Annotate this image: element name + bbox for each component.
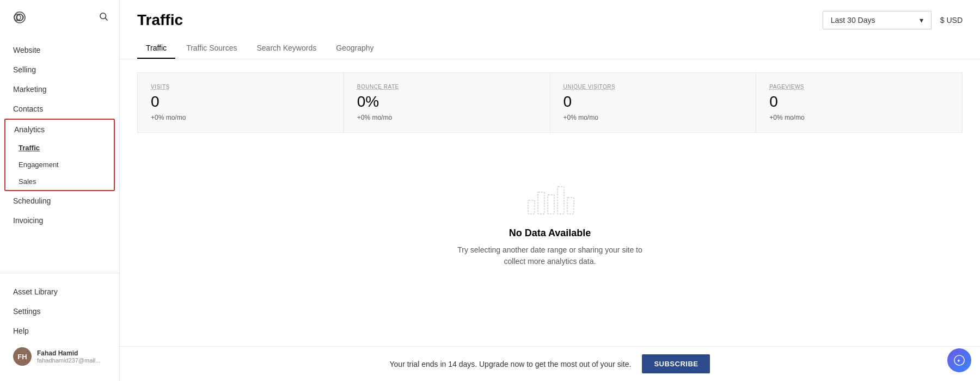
stat-visits-change: +0% mo/mo <box>151 114 330 121</box>
sidebar-bottom: Asset Library Settings Help FH Fahad Ham… <box>0 273 119 381</box>
stats-bar: VISITS 0 +0% mo/mo BOUNCE RATE 0% +0% mo… <box>137 72 963 133</box>
trial-message: Your trial ends in 14 days. Upgrade now … <box>390 360 632 368</box>
stat-unique-visitors-label: UNIQUE VISITORS <box>564 84 743 90</box>
stat-bounce-rate-change: +0% mo/mo <box>357 114 537 121</box>
sidebar-sub-item-traffic[interactable]: Traffic <box>5 139 114 156</box>
svg-text:✦: ✦ <box>957 358 961 364</box>
svg-rect-8 <box>558 187 564 214</box>
sidebar-item-asset-library[interactable]: Asset Library <box>0 282 119 302</box>
tab-geography[interactable]: Geography <box>327 38 382 59</box>
sidebar: Website Selling Marketing Contacts Analy… <box>0 0 120 381</box>
svg-rect-7 <box>548 195 554 214</box>
date-selector[interactable]: Last 30 Days ▾ <box>823 11 932 29</box>
svg-rect-9 <box>567 198 574 214</box>
sidebar-item-scheduling[interactable]: Scheduling <box>0 191 119 211</box>
stat-bounce-rate-label: BOUNCE RATE <box>357 84 537 90</box>
main-header: Traffic Last 30 Days ▾ $ USD Traffic Tra… <box>120 0 980 59</box>
stat-unique-visitors: UNIQUE VISITORS 0 +0% mo/mo <box>550 73 757 132</box>
sidebar-top <box>0 0 119 35</box>
sidebar-item-selling[interactable]: Selling <box>0 60 119 79</box>
user-info: Fahad Hamid fahadhamid237@mail... <box>37 349 100 364</box>
empty-state-title: No Data Available <box>509 228 591 239</box>
sidebar-item-analytics[interactable]: Analytics <box>5 120 114 139</box>
empty-chart-icon <box>523 179 577 217</box>
stat-visits-value: 0 <box>151 93 330 110</box>
currency-label: $ USD <box>940 16 963 24</box>
stat-pageviews-value: 0 <box>769 93 949 110</box>
empty-state: No Data Available Try selecting another … <box>137 146 963 300</box>
stat-pageviews-label: PAGEVIEWS <box>769 84 949 90</box>
header-right: Last 30 Days ▾ $ USD <box>823 11 963 29</box>
chat-bubble[interactable]: ✦ <box>947 348 971 372</box>
chevron-down-icon: ▾ <box>920 16 923 24</box>
avatar: FH <box>13 347 32 366</box>
squarespace-logo[interactable] <box>11 9 28 26</box>
empty-state-subtitle: Try selecting another date range or shar… <box>457 244 642 267</box>
bottom-banner: Your trial ends in 14 days. Upgrade now … <box>120 346 980 381</box>
user-section[interactable]: FH Fahad Hamid fahadhamid237@mail... <box>0 341 119 372</box>
stat-visits-label: VISITS <box>151 84 330 90</box>
sidebar-nav: Website Selling Marketing Contacts Analy… <box>0 35 119 273</box>
main-content: Traffic Last 30 Days ▾ $ USD Traffic Tra… <box>120 0 980 381</box>
sidebar-item-contacts[interactable]: Contacts <box>0 99 119 119</box>
svg-point-3 <box>100 13 106 19</box>
analytics-section: Analytics Traffic Engagement Sales <box>4 119 115 191</box>
sidebar-sub-item-engagement[interactable]: Engagement <box>5 156 114 173</box>
date-selector-label: Last 30 Days <box>831 16 875 24</box>
user-name: Fahad Hamid <box>37 349 100 357</box>
tab-search-keywords[interactable]: Search Keywords <box>248 38 326 59</box>
search-icon[interactable] <box>99 11 108 23</box>
stat-bounce-rate: BOUNCE RATE 0% +0% mo/mo <box>344 73 550 132</box>
page-title: Traffic <box>137 11 183 29</box>
stat-pageviews: PAGEVIEWS 0 +0% mo/mo <box>756 73 962 132</box>
stat-unique-visitors-value: 0 <box>564 93 743 110</box>
subscribe-button[interactable]: SUBSCRIBE <box>642 354 710 373</box>
sidebar-item-settings[interactable]: Settings <box>0 302 119 321</box>
tab-traffic[interactable]: Traffic <box>137 38 175 59</box>
sidebar-item-help[interactable]: Help <box>0 321 119 341</box>
svg-rect-0 <box>11 9 28 26</box>
svg-rect-5 <box>528 200 535 214</box>
stat-bounce-rate-value: 0% <box>357 93 537 110</box>
sidebar-sub-item-sales[interactable]: Sales <box>5 173 114 190</box>
tab-traffic-sources[interactable]: Traffic Sources <box>177 38 246 59</box>
avatar-initials: FH <box>17 353 27 361</box>
header-top: Traffic Last 30 Days ▾ $ USD <box>137 11 963 29</box>
stat-visits: VISITS 0 +0% mo/mo <box>138 73 344 132</box>
svg-rect-6 <box>538 192 544 214</box>
stat-unique-visitors-change: +0% mo/mo <box>564 114 743 121</box>
sidebar-item-invoicing[interactable]: Invoicing <box>0 211 119 230</box>
content-area: VISITS 0 +0% mo/mo BOUNCE RATE 0% +0% mo… <box>120 59 980 346</box>
sidebar-item-website[interactable]: Website <box>0 40 119 60</box>
sidebar-item-marketing[interactable]: Marketing <box>0 79 119 99</box>
tabs: Traffic Traffic Sources Search Keywords … <box>137 38 963 59</box>
user-email: fahadhamid237@mail... <box>37 357 100 364</box>
stat-pageviews-change: +0% mo/mo <box>769 114 949 121</box>
svg-line-4 <box>105 18 107 20</box>
